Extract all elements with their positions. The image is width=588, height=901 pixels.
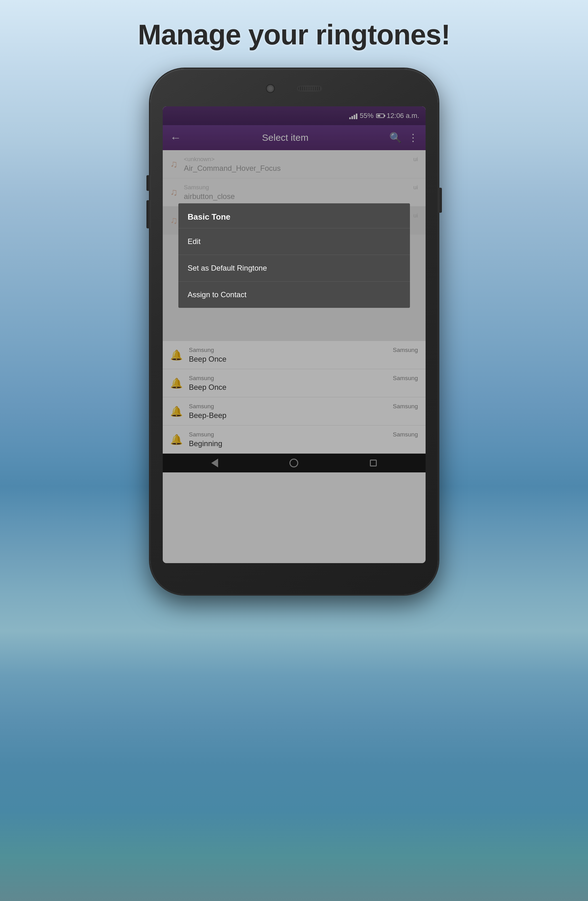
phone-body: 55% 12:06 a.m. ← Select item 🔍 ⋮ ♫	[150, 69, 438, 594]
speaker-grille	[297, 86, 322, 92]
context-menu-title: Basic Tone	[178, 203, 410, 228]
context-menu-edit[interactable]: Edit	[178, 228, 410, 255]
context-menu: Basic Tone Edit Set as Default Ringtone …	[178, 203, 410, 308]
phone-device: 55% 12:06 a.m. ← Select item 🔍 ⋮ ♫	[150, 69, 438, 594]
front-camera	[266, 84, 275, 93]
phone-screen: 55% 12:06 a.m. ← Select item 🔍 ⋮ ♫	[163, 106, 426, 563]
page-title: Manage your ringtones!	[0, 19, 588, 51]
volume-down-button	[147, 200, 150, 228]
power-button	[438, 188, 442, 213]
ringtone-list: ♫ <unknown> ui Air_Command_Hover_Focus ♫	[163, 150, 426, 454]
context-menu-assign-contact[interactable]: Assign to Contact	[178, 282, 410, 308]
context-menu-set-default[interactable]: Set as Default Ringtone	[178, 255, 410, 281]
volume-up-button	[147, 175, 150, 191]
